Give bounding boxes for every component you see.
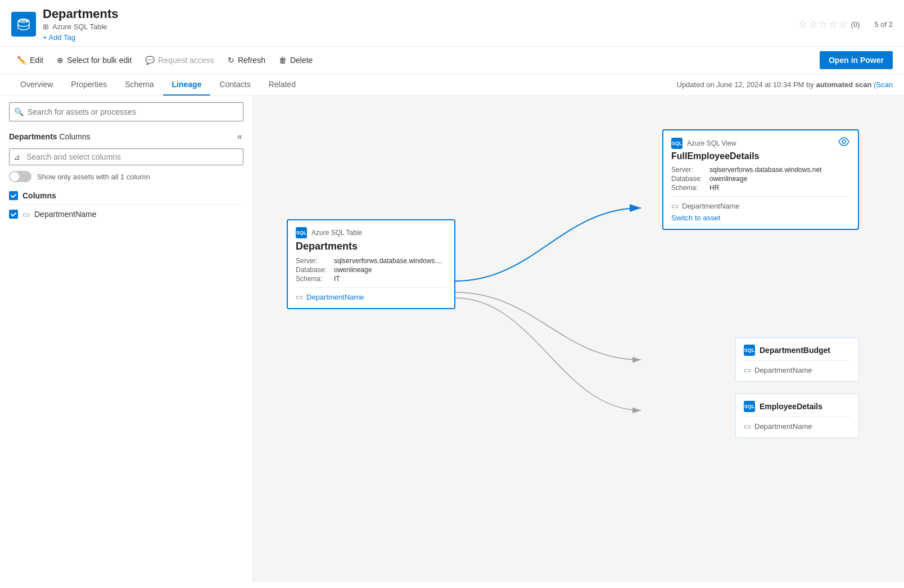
tab-overview[interactable]: Overview: [11, 74, 62, 96]
header-subtitle-text: Azure SQL Table: [52, 22, 107, 31]
target-main-header: SQL Azure SQL View: [671, 137, 850, 149]
header-subtitle: ⊞ Azure SQL Table: [43, 22, 798, 31]
column-field-icon: ▭: [22, 210, 30, 219]
collapse-button[interactable]: «: [236, 130, 243, 143]
source-schema: Schema: IT: [296, 275, 446, 283]
departmentname-checkbox[interactable]: [9, 210, 18, 219]
target-employee-column: ▭ DepartmentName: [744, 422, 851, 431]
select-bulk-label: Select for bulk edit: [67, 56, 132, 65]
tab-lineage[interactable]: Lineage: [163, 74, 211, 96]
star-2[interactable]: ☆: [808, 18, 817, 30]
source-db-value: owenlineage: [334, 266, 372, 274]
star-rating[interactable]: ☆ ☆ ☆ ☆ ☆: [798, 18, 848, 30]
columns-panel-suffix: Columns: [59, 132, 90, 141]
svg-text:SQL: SQL: [20, 20, 28, 23]
source-schema-value: IT: [334, 275, 340, 283]
target-budget-col-icon: ▭: [744, 365, 751, 374]
column-search-container: ⊿: [9, 148, 243, 165]
add-tag-label: + Add Tag: [43, 33, 75, 42]
tab-contacts[interactable]: Contacts: [210, 74, 259, 96]
source-server-value: sqlserverforws.database.windows....: [334, 257, 442, 265]
target-employee-header: SQL EmployeeDetails: [744, 401, 851, 412]
request-access-button[interactable]: 💬 Request access: [139, 52, 220, 68]
header-info: Departments ⊞ Azure SQL Table + Add Tag: [43, 7, 798, 42]
target-main-schema: Schema: HR: [671, 184, 850, 192]
assets-search-icon: 🔍: [14, 107, 24, 116]
add-tag-button[interactable]: + Add Tag: [43, 33, 798, 42]
lineage-canvas: SQL Azure SQL Table Departments Server: …: [253, 96, 904, 582]
target-employee-sql-icon: SQL: [744, 401, 755, 412]
edit-button[interactable]: ✏️ Edit: [11, 52, 49, 68]
source-database: Database: owenlineage: [296, 266, 446, 274]
source-divider: [296, 287, 446, 288]
delete-label: Delete: [290, 56, 313, 65]
show-only-toggle[interactable]: [9, 171, 31, 182]
tab-properties[interactable]: Properties: [62, 74, 116, 96]
lineage-canvas-container[interactable]: SQL Azure SQL Table Departments Server: …: [253, 96, 904, 582]
assets-search-input[interactable]: [9, 102, 243, 121]
columns-checkbox[interactable]: [9, 191, 18, 200]
edit-label: Edit: [30, 56, 43, 65]
open-power-label: Open in Power: [829, 56, 884, 65]
target-budget-col-name: DepartmentName: [754, 366, 812, 374]
source-column: ▭ DepartmentName: [296, 292, 446, 301]
columns-panel: Departments Columns « ⊿ Show only assets…: [9, 130, 243, 221]
target-budget-node: SQL DepartmentBudget ▭ DepartmentName: [735, 337, 859, 382]
left-panel: 🔍 Departments Columns « ⊿: [0, 96, 253, 582]
main-content: 🔍 Departments Columns « ⊿: [0, 96, 904, 582]
source-col-icon: ▭: [296, 292, 303, 301]
assets-search-container: 🔍: [9, 102, 243, 121]
tab-related[interactable]: Related: [260, 74, 305, 96]
toggle-label: Show only assets with all 1 column: [37, 173, 150, 181]
source-node-header: SQL Azure SQL Table: [296, 227, 446, 238]
table-icon: ⊞: [43, 22, 49, 31]
target-employee-col-icon: ▭: [744, 422, 751, 431]
columns-panel-name: Departments: [9, 132, 57, 141]
tab-schema[interactable]: Schema: [116, 74, 162, 96]
target-main-col-name: DepartmentName: [682, 202, 740, 210]
target-main-server-value: sqlserverforws.database.windows.net: [709, 166, 821, 174]
toggle-row: Show only assets with all 1 column: [9, 171, 243, 182]
toolbar: ✏️ Edit ⊕ Select for bulk edit 💬 Request…: [0, 47, 904, 74]
source-node-departments: SQL Azure SQL Table Departments Server: …: [287, 219, 455, 309]
delete-button[interactable]: 🗑 Delete: [273, 52, 318, 68]
columns-panel-title: Departments Columns: [9, 132, 91, 141]
target-budget-column: ▭ DepartmentName: [744, 365, 851, 374]
column-name-departmentname: DepartmentName: [34, 210, 97, 219]
scan-link[interactable]: (Scan: [874, 80, 893, 89]
refresh-icon: ↻: [228, 56, 234, 65]
target-budget-sql-icon: SQL: [744, 345, 755, 356]
page-header: SQL Departments ⊞ Azure SQL Table + Add …: [0, 0, 904, 47]
columns-header-label: Columns: [22, 191, 56, 200]
request-access-icon: 💬: [145, 56, 155, 65]
nav-tabs: Overview Properties Schema Lineage Conta…: [0, 74, 904, 96]
select-bulk-button[interactable]: ⊕ Select for bulk edit: [51, 52, 137, 68]
star-1[interactable]: ☆: [798, 18, 807, 30]
target-main-divider: [671, 196, 850, 197]
target-employee-col-name: DepartmentName: [754, 422, 812, 431]
star-4[interactable]: ☆: [829, 18, 838, 30]
svg-point-4: [842, 140, 846, 143]
column-item-departmentname: ▭ DepartmentName: [9, 207, 243, 221]
refresh-label: Refresh: [238, 56, 265, 65]
target-employee-node: SQL EmployeeDetails ▭ DepartmentName: [735, 393, 859, 438]
open-power-button[interactable]: Open in Power: [820, 51, 893, 69]
switch-to-asset-link[interactable]: Switch to asset: [671, 214, 720, 222]
select-bulk-icon: ⊕: [57, 56, 64, 65]
source-server-label: Server:: [296, 257, 329, 265]
refresh-button[interactable]: ↻ Refresh: [222, 52, 271, 68]
target-main-schema-value: HR: [709, 184, 719, 192]
target-main-sql-icon: SQL: [671, 138, 682, 149]
source-schema-label: Schema:: [296, 275, 329, 283]
updated-by: automated scan: [816, 80, 871, 89]
target-main-title: FullEmployeeDetails: [671, 151, 850, 161]
target-budget-title: DepartmentBudget: [760, 346, 830, 355]
star-5[interactable]: ☆: [839, 18, 848, 30]
column-search-input[interactable]: [9, 148, 243, 165]
star-3[interactable]: ☆: [819, 18, 828, 30]
edit-icon: ✏️: [17, 56, 26, 65]
sql-icon: SQL: [11, 12, 36, 37]
source-sql-icon: SQL: [296, 227, 307, 238]
target-main-node: SQL Azure SQL View FullEmployeeDetails S…: [662, 129, 859, 230]
toggle-knob: [10, 172, 19, 181]
